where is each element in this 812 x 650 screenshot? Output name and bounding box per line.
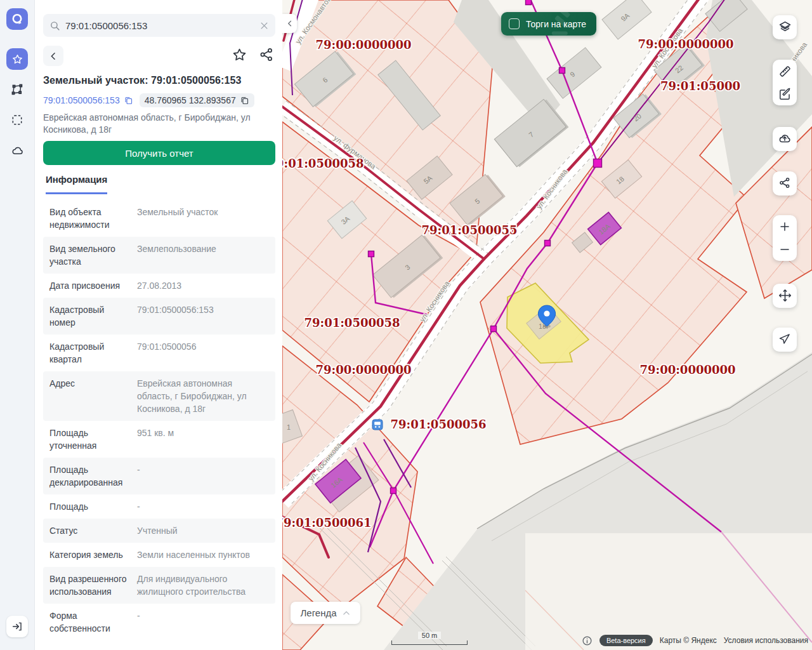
ruler-icon bbox=[778, 65, 792, 78]
info-table: Вид объекта недвижимостиЗемельный участо… bbox=[43, 200, 275, 640]
cadastral-quarter-label: 79:00:0000000 bbox=[638, 37, 733, 51]
scale-rule bbox=[391, 640, 468, 645]
info-row-value: - bbox=[137, 609, 269, 635]
info-icon bbox=[582, 635, 593, 646]
layers-button[interactable] bbox=[773, 15, 797, 39]
info-row-value: - bbox=[137, 500, 269, 513]
tab-information[interactable]: Информация bbox=[46, 174, 107, 194]
info-row-label: Категория земель bbox=[49, 548, 131, 561]
sidebar-item-favorites[interactable] bbox=[6, 48, 28, 70]
star-outline-icon bbox=[232, 47, 247, 63]
info-button[interactable] bbox=[582, 635, 593, 646]
map-overlay-zone bbox=[525, 532, 812, 650]
edit-icon bbox=[778, 88, 792, 101]
info-row: Категория земельЗемли населенных пунктов bbox=[43, 543, 275, 567]
scale-bar: 50 m bbox=[391, 629, 468, 645]
chevron-left-icon bbox=[49, 51, 58, 61]
sidebar-item-cloud[interactable] bbox=[6, 140, 28, 161]
cadastral-quarter-label: 79:01:05000 bbox=[660, 79, 740, 93]
back-button[interactable] bbox=[43, 46, 63, 66]
polygon-tool-icon bbox=[11, 83, 23, 96]
cloud-icon bbox=[11, 144, 24, 157]
cadastral-quarter-label: 79:01:0500058 bbox=[282, 157, 364, 170]
edit-button[interactable] bbox=[773, 83, 797, 105]
info-row: АдресЕврейская автономная область, г Бир… bbox=[43, 371, 275, 421]
cadastral-quarter-label: 79:00:0000000 bbox=[315, 38, 411, 51]
map-attribution: Beta-версия Карты © Яндекс Условия испол… bbox=[582, 635, 808, 646]
upload-button[interactable] bbox=[773, 127, 797, 151]
clear-search-button[interactable] bbox=[259, 21, 269, 30]
login-button[interactable] bbox=[6, 616, 28, 637]
info-row-label: Площадь уточненная bbox=[49, 427, 131, 452]
info-row-label: Форма собственности bbox=[49, 609, 131, 635]
trades-on-map-toggle[interactable]: Торги на карте bbox=[501, 12, 596, 36]
star-icon bbox=[11, 53, 23, 65]
zoom-group bbox=[773, 215, 797, 261]
search-bar bbox=[43, 14, 275, 37]
move-icon bbox=[778, 289, 792, 302]
info-row: Кадастровый квартал79:01:0500056 bbox=[43, 335, 275, 371]
info-row-value: 951 кв. м bbox=[137, 427, 269, 452]
basemap: ул. Космонавтовул. фурмановаул. Косников… bbox=[282, 0, 812, 650]
cadastral-quarter-label: 79:00:0000000 bbox=[639, 363, 735, 376]
cadastral-number-link[interactable]: 79:01:0500056:153 bbox=[43, 95, 133, 105]
ruler-button[interactable] bbox=[773, 60, 797, 83]
get-report-button[interactable]: Получить отчет bbox=[43, 141, 275, 165]
map-share-button[interactable] bbox=[773, 171, 797, 196]
search-input[interactable] bbox=[65, 20, 254, 31]
locate-button[interactable] bbox=[773, 328, 797, 352]
scale-label: 50 m bbox=[418, 632, 441, 639]
favorite-button[interactable] bbox=[232, 47, 247, 65]
navigation-arrow-icon bbox=[778, 333, 791, 345]
info-row-value: 27.08.2013 bbox=[137, 279, 269, 292]
layers-icon bbox=[778, 20, 792, 34]
info-row: Вид объекта недвижимостиЗемельный участо… bbox=[43, 200, 275, 237]
info-row-label: Адрес bbox=[49, 377, 131, 415]
select-area-icon bbox=[11, 114, 23, 126]
info-row: Дата присвоения27.08.2013 bbox=[43, 274, 275, 298]
collapse-panel-button[interactable] bbox=[282, 14, 297, 33]
app-logo[interactable] bbox=[6, 8, 28, 30]
chevron-left-icon bbox=[286, 20, 294, 27]
bus-stop-icon bbox=[372, 420, 383, 430]
measure-edit-group bbox=[773, 60, 797, 105]
info-row-value: Для индивидуального жилищного строительс… bbox=[137, 573, 269, 598]
sidebar-item-select-area[interactable] bbox=[6, 109, 28, 131]
info-row-label: Площадь декларированная bbox=[49, 463, 131, 489]
sidebar-item-polygon-tool[interactable] bbox=[6, 79, 28, 100]
zoom-in-button[interactable] bbox=[773, 215, 797, 238]
sign-in-icon bbox=[11, 621, 23, 632]
search-icon bbox=[49, 20, 60, 31]
legend-button[interactable]: Легенда bbox=[291, 602, 360, 624]
minus-icon bbox=[779, 244, 790, 255]
copy-icon[interactable] bbox=[124, 96, 133, 105]
cadastral-quarter-label: 79:01:0500055 bbox=[421, 223, 517, 237]
share-icon bbox=[778, 176, 791, 189]
legend-label: Легенда bbox=[300, 607, 336, 618]
cadastral-quarter-label: 79:01:0500061 bbox=[282, 516, 372, 529]
share-icon bbox=[259, 47, 274, 62]
object-ids-row: 79:01:0500056:153 48.760965 132.893567 bbox=[43, 93, 254, 107]
terms-link[interactable]: Условия использования bbox=[724, 636, 808, 645]
map-copyright[interactable]: Карты © Яндекс bbox=[660, 636, 717, 645]
trades-checkbox[interactable] bbox=[509, 18, 520, 29]
map-canvas[interactable]: ул. Космонавтовул. фурмановаул. Косников… bbox=[282, 0, 812, 650]
coordinates-chip[interactable]: 48.760965 132.893567 bbox=[140, 93, 254, 107]
info-row-label: Площадь bbox=[49, 500, 131, 513]
info-row: Площадь уточненная951 кв. м bbox=[43, 421, 275, 458]
pan-button[interactable] bbox=[773, 284, 797, 308]
object-actions-row bbox=[43, 46, 275, 66]
coordinates-text: 48.760965 132.893567 bbox=[145, 95, 236, 105]
info-row-label: Кадастровый номер bbox=[49, 303, 131, 329]
zoom-out-button[interactable] bbox=[773, 238, 797, 261]
info-row-label: Статус bbox=[49, 524, 131, 537]
close-icon bbox=[259, 21, 269, 30]
info-row: Площадь декларированная- bbox=[43, 458, 275, 494]
cadastral-quarter-label: 79:00:0000000 bbox=[315, 363, 411, 376]
copy-icon[interactable] bbox=[240, 96, 249, 105]
info-row-value: Учтенный bbox=[137, 524, 269, 537]
info-row-value: Земли населенных пунктов bbox=[137, 548, 269, 561]
info-row-value: 79:01:0500056:153 bbox=[137, 303, 269, 329]
share-button[interactable] bbox=[259, 47, 274, 65]
gavel-icon bbox=[549, 12, 579, 36]
